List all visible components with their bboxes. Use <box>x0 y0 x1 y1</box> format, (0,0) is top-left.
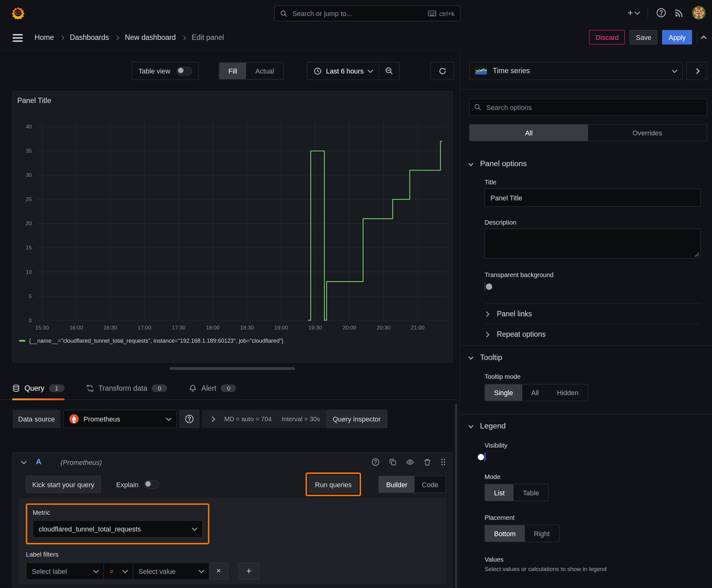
refresh-button[interactable] <box>430 62 454 80</box>
panel-options-header[interactable]: Panel options <box>469 160 707 169</box>
scope-overrides-option[interactable]: Overrides <box>588 124 707 141</box>
query-header: A (Prometheus) <box>13 453 452 472</box>
run-queries-button[interactable]: Run queries <box>308 476 358 493</box>
zoom-out-button[interactable] <box>379 67 399 75</box>
legend-item[interactable]: {__name__="cloudflared_tunnel_total_requ… <box>19 338 283 344</box>
legend-mode-table[interactable]: Table <box>514 484 548 501</box>
query-editor-card: A (Prometheus) Kic <box>12 452 453 588</box>
chevron-right-icon <box>60 36 64 40</box>
collapse-query-chevron[interactable] <box>21 459 27 464</box>
time-series-chart[interactable]: 051015202530354015:3016:0016:3017:0017:3… <box>13 115 452 334</box>
operator-dropdown[interactable]: = <box>104 563 133 580</box>
kick-start-query-button[interactable]: Kick start your query <box>26 476 101 493</box>
svg-text:16:00: 16:00 <box>69 324 83 331</box>
panel-title-input[interactable] <box>484 188 701 207</box>
global-search[interactable]: ctrl+k <box>274 5 460 21</box>
chevron-right-icon <box>181 36 186 40</box>
chevron-down-icon <box>634 9 640 15</box>
legend-mode-list[interactable]: List <box>485 484 514 501</box>
query-inspector-button[interactable]: Query inspector <box>326 410 387 428</box>
query-options-summary[interactable]: MD = auto = 704 Interval = 30s <box>202 410 328 428</box>
grafana-logo-icon[interactable] <box>12 6 25 19</box>
apply-button[interactable]: Apply <box>662 30 692 44</box>
tooltip-mode-hidden[interactable]: Hidden <box>548 384 588 401</box>
search-input[interactable] <box>292 9 424 18</box>
plus-icon: + <box>628 7 633 18</box>
breadcrumb-home[interactable]: Home <box>35 34 54 42</box>
tooltip-mode-all[interactable]: All <box>522 384 548 401</box>
drag-handle-icon[interactable] <box>440 458 446 466</box>
chevron-right-icon <box>484 311 490 317</box>
toggle-viz-picker-button[interactable] <box>686 62 707 80</box>
legend-placement-right[interactable]: Right <box>524 525 559 542</box>
delete-query-trash-icon[interactable] <box>423 458 431 466</box>
metric-highlight: Metric cloudflared_tunnel_total_requests <box>26 504 209 544</box>
transparent-background-toggle[interactable] <box>484 282 486 291</box>
options-search[interactable] <box>469 99 707 116</box>
fill-option[interactable]: Fill <box>219 63 246 79</box>
metric-select[interactable]: cloudflared_tunnel_total_requests <box>33 520 202 538</box>
tab-query[interactable]: Query 1 <box>12 377 64 400</box>
tab-transform-label: Transform data <box>98 384 147 392</box>
menu-toggle-button[interactable] <box>13 34 23 42</box>
discard-button[interactable]: Discard <box>589 30 625 44</box>
time-range-label: Last 6 hours <box>326 67 364 75</box>
new-menu-button[interactable]: + <box>628 7 640 18</box>
news-rss-button[interactable] <box>674 8 684 17</box>
code-option[interactable]: Code <box>415 476 446 492</box>
datasource-select[interactable]: Prometheus <box>63 410 177 428</box>
datasource-help-button[interactable] <box>179 410 199 428</box>
add-filter-button[interactable]: + <box>238 563 259 580</box>
query-help-icon[interactable] <box>371 458 380 466</box>
collapse-options-chevron-up-icon[interactable] <box>701 35 706 41</box>
legend-header[interactable]: Legend <box>469 422 707 430</box>
divider <box>460 89 712 89</box>
tab-transform-data[interactable]: Transform data 0 <box>86 377 167 400</box>
tooltip-header[interactable]: Tooltip <box>469 353 707 362</box>
time-series-viz-icon <box>475 67 487 75</box>
options-search-input[interactable] <box>486 103 702 111</box>
query-ref-id[interactable]: A <box>36 458 41 467</box>
datasource-row: Data source Prometheus MD = auto = 704 I… <box>13 410 387 428</box>
actual-option[interactable]: Actual <box>246 63 283 79</box>
visualization-select[interactable]: Time series <box>469 62 683 80</box>
table-view-control: Table view <box>132 62 199 80</box>
legend-values-label: Values <box>484 555 701 563</box>
help-button[interactable] <box>656 8 666 18</box>
tooltip-mode-single[interactable]: Single <box>485 384 522 401</box>
legend-mode-segmented: List Table <box>484 484 548 501</box>
panel-links-section[interactable]: Panel links <box>484 304 707 324</box>
breadcrumb-new-dashboard[interactable]: New dashboard <box>125 34 176 42</box>
svg-text:0: 0 <box>29 317 32 323</box>
vertical-scrollbar[interactable] <box>455 403 457 588</box>
panel-title: Panel Title <box>17 97 51 105</box>
duplicate-query-icon[interactable] <box>389 458 397 466</box>
tooltip-mode-label: Tooltip mode <box>484 373 701 380</box>
interval: Interval = 30s <box>282 415 320 422</box>
scope-all-option[interactable]: All <box>470 124 588 141</box>
remove-filter-button[interactable]: × <box>209 563 229 580</box>
user-avatar[interactable] <box>692 6 706 19</box>
explain-toggle[interactable] <box>144 480 159 488</box>
svg-text:17:30: 17:30 <box>172 324 185 331</box>
repeat-options-section[interactable]: Repeat options <box>484 324 707 344</box>
horizontal-scrollbar[interactable] <box>170 367 296 370</box>
tab-alert[interactable]: Alert 0 <box>189 377 236 400</box>
breadcrumb-dashboards[interactable]: Dashboards <box>70 34 109 42</box>
table-view-toggle[interactable] <box>177 67 192 75</box>
search-icon <box>474 104 481 111</box>
query-datasource-hint: (Prometheus) <box>61 458 102 466</box>
select-label-dropdown[interactable]: Select label <box>26 563 104 580</box>
legend-visibility-toggle[interactable] <box>484 453 486 461</box>
save-button[interactable]: Save <box>629 30 658 44</box>
legend-placement-bottom[interactable]: Bottom <box>485 525 525 542</box>
resize-handle[interactable] <box>694 252 699 257</box>
chevron-down-icon <box>122 568 128 573</box>
time-range-picker[interactable]: Last 6 hours <box>307 67 378 75</box>
svg-text:16:30: 16:30 <box>104 324 117 331</box>
select-value-dropdown[interactable]: Select value <box>133 563 209 580</box>
svg-text:19:00: 19:00 <box>274 324 288 331</box>
toggle-visibility-eye-icon[interactable] <box>406 458 414 466</box>
builder-option[interactable]: Builder <box>379 476 415 492</box>
description-textarea[interactable] <box>484 229 701 258</box>
